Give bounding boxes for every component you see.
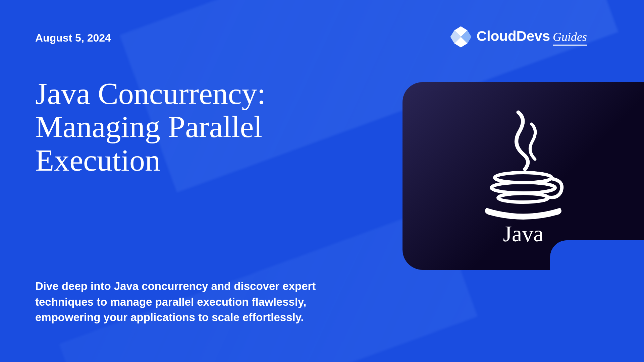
article-title: Java Concurrency: Managing Parallel Exec… xyxy=(35,77,337,177)
clouddevs-logo-icon xyxy=(449,25,473,49)
card-corner-cutout xyxy=(550,240,644,270)
java-logo-icon: Java xyxy=(470,106,577,246)
publish-date: August 5, 2024 xyxy=(35,32,111,44)
brand-name: CloudDevs xyxy=(477,28,550,44)
brand-logo: CloudDevs Guides xyxy=(449,25,587,49)
brand-suffix: Guides xyxy=(553,30,587,46)
svg-text:Java: Java xyxy=(503,221,544,246)
svg-point-2 xyxy=(498,193,548,202)
article-description: Dive deep into Java concurrency and disc… xyxy=(35,279,334,325)
svg-point-1 xyxy=(491,182,555,193)
java-logo-card: Java xyxy=(402,82,644,270)
